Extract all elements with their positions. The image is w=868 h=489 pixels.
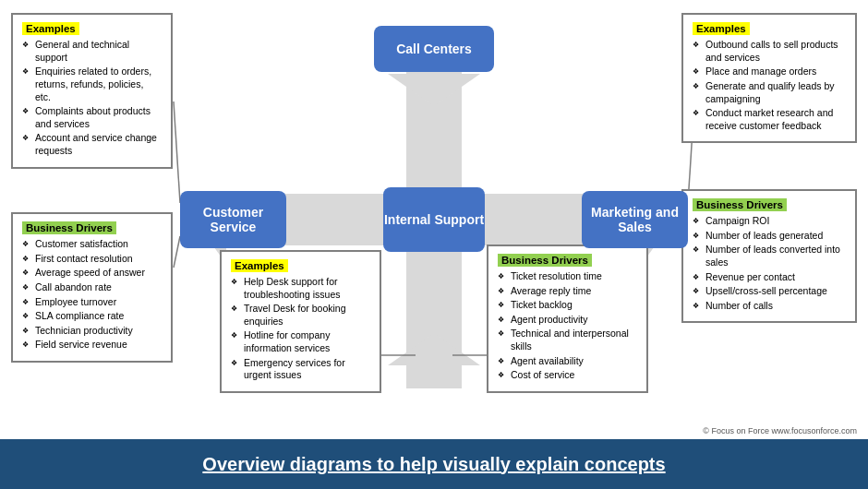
tl-examples-box: Examples General and technical support E… <box>11 13 173 169</box>
list-item: General and technical support <box>22 39 162 64</box>
footer-bar: Overview diagrams to help visually expla… <box>0 439 868 489</box>
marketing-sales-node: Marketing and Sales <box>582 191 688 248</box>
tl-examples-title: Examples <box>22 22 162 35</box>
r-drivers-list: Campaign ROI Number of leads generated N… <box>693 215 846 312</box>
list-item: Emergency services for urgent issues <box>231 357 370 382</box>
call-centers-node: Call Centers <box>374 26 494 72</box>
list-item: Agent availability <box>498 355 637 368</box>
list-item: Number of leads generated <box>693 230 846 243</box>
bl-examples-box: Examples Help Desk support for troublesh… <box>220 250 381 393</box>
customer-service-label: Customer Service <box>180 205 286 234</box>
br-drivers-title: Business Drivers <box>498 254 637 267</box>
footer-text: Overview diagrams to help visually expla… <box>202 454 665 475</box>
list-item: Average reply time <box>498 285 637 298</box>
list-item: Conduct market research and receive cust… <box>693 107 846 132</box>
l-drivers-title: Business Drivers <box>22 221 162 234</box>
list-item: Employee turnover <box>22 296 162 309</box>
list-item: Enquiries related to orders, returns, re… <box>22 66 162 103</box>
tr-examples-box: Examples Outbound calls to sell products… <box>681 13 857 143</box>
list-item: Ticket backlog <box>498 299 637 312</box>
list-item: Agent productivity <box>498 314 637 327</box>
svg-marker-6 <box>388 333 480 388</box>
list-item: Technical and interpersonal skills <box>498 328 637 352</box>
internal-support-label: Internal Support <box>384 212 484 227</box>
diagram-area: Call Centers Customer Service Marketing … <box>0 0 868 439</box>
tl-examples-list: General and technical support Enquiries … <box>22 39 162 158</box>
svg-line-9 <box>174 101 180 203</box>
list-item: Ticket resolution time <box>498 270 637 283</box>
list-item: Campaign ROI <box>693 215 846 228</box>
list-item: Call abandon rate <box>22 281 162 294</box>
list-item: Upsell/cross-sell percentage <box>693 285 846 298</box>
svg-line-10 <box>174 236 180 268</box>
call-centers-label: Call Centers <box>396 42 472 56</box>
r-drivers-box: Business Drivers Campaign ROI Number of … <box>681 189 857 323</box>
list-item: Account and service change requests <box>22 132 162 157</box>
list-item: Number of leads converted into sales <box>693 244 846 268</box>
list-item: Hotline for company information services <box>231 329 370 354</box>
l-drivers-box: Business Drivers Customer satisfaction F… <box>11 212 173 363</box>
customer-service-node: Customer Service <box>180 191 286 248</box>
main-container: Call Centers Customer Service Marketing … <box>0 0 868 489</box>
r-drivers-title: Business Drivers <box>693 198 846 211</box>
list-item: Travel Desk for booking enquiries <box>231 303 370 328</box>
list-item: Number of calls <box>693 300 846 313</box>
br-drivers-list: Ticket resolution time Average reply tim… <box>498 270 637 382</box>
bl-examples-list: Help Desk support for troubleshooting is… <box>231 276 370 382</box>
list-item: Technician productivity <box>22 325 162 338</box>
list-item: Customer satisfaction <box>22 238 162 251</box>
internal-support-node: Internal Support <box>383 187 485 252</box>
list-item: Average speed of answer <box>22 267 162 280</box>
bl-examples-title: Examples <box>231 259 370 272</box>
list-item: Place and manage orders <box>693 66 846 78</box>
list-item: SLA compliance rate <box>22 310 162 323</box>
l-drivers-list: Customer satisfaction First contact reso… <box>22 238 162 352</box>
list-item: Revenue per contact <box>693 271 846 284</box>
list-item: Complaints about products and services <box>22 105 162 130</box>
list-item: First contact resolution <box>22 253 162 266</box>
tr-examples-list: Outbound calls to sell products and serv… <box>693 39 846 132</box>
list-item: Outbound calls to sell products and serv… <box>693 39 846 64</box>
list-item: Help Desk support for troubleshooting is… <box>231 276 370 301</box>
br-drivers-box: Business Drivers Ticket resolution time … <box>487 244 648 393</box>
marketing-sales-label: Marketing and Sales <box>582 205 688 234</box>
tr-examples-title: Examples <box>693 22 846 35</box>
list-item: Field service revenue <box>22 339 162 352</box>
list-item: Generate and qualify leads by campaignin… <box>693 80 846 105</box>
list-item: Cost of service <box>498 369 637 382</box>
